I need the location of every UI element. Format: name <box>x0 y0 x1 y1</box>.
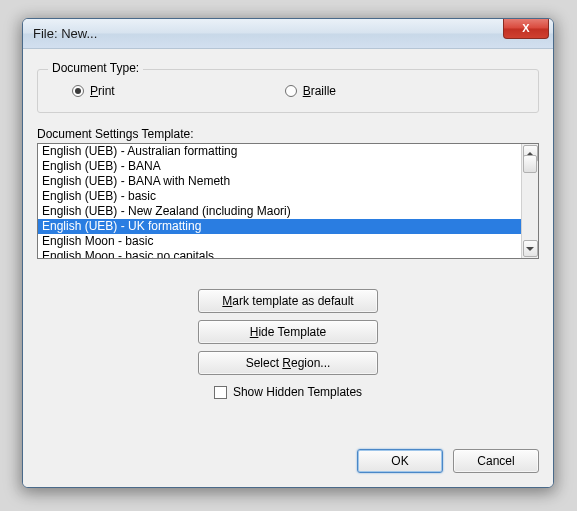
mark-default-label: Mark template as default <box>222 294 353 308</box>
list-item[interactable]: English (UEB) - Australian formatting <box>38 144 521 159</box>
close-button[interactable]: X <box>503 19 549 39</box>
show-hidden-label: Show Hidden Templates <box>233 385 362 399</box>
mark-default-button[interactable]: Mark template as default <box>198 289 378 313</box>
radio-dot-icon <box>285 85 297 97</box>
list-item[interactable]: English (UEB) - New Zealand (including M… <box>38 204 521 219</box>
cancel-label: Cancel <box>477 454 514 468</box>
chevron-down-icon <box>526 247 534 251</box>
dialog-window: File: New... X Document Type: Print Brai… <box>22 18 554 488</box>
list-item[interactable]: English (UEB) - BANA <box>38 159 521 174</box>
show-hidden-checkbox[interactable] <box>214 386 227 399</box>
template-listbox[interactable]: English (UEB) - Australian formattingEng… <box>37 143 539 259</box>
show-hidden-row[interactable]: Show Hidden Templates <box>37 385 539 399</box>
list-item[interactable]: English Moon - basic no capitals <box>38 249 521 258</box>
ok-label: OK <box>391 454 408 468</box>
document-type-radios: Print Braille <box>52 84 524 98</box>
titlebar[interactable]: File: New... X <box>23 19 553 49</box>
hide-template-label: Hide Template <box>250 325 327 339</box>
document-type-group: Document Type: Print Braille <box>37 69 539 113</box>
radio-dot-icon <box>72 85 84 97</box>
client-area: Document Type: Print Braille Document Se… <box>23 49 553 487</box>
select-region-button[interactable]: Select Region... <box>198 351 378 375</box>
select-region-label: Select Region... <box>246 356 331 370</box>
radio-braille[interactable]: Braille <box>285 84 336 98</box>
scrollbar[interactable] <box>521 144 538 258</box>
hide-template-button[interactable]: Hide Template <box>198 320 378 344</box>
dialog-buttons: OK Cancel <box>357 449 539 473</box>
list-item[interactable]: English (UEB) - BANA with Nemeth <box>38 174 521 189</box>
document-type-legend: Document Type: <box>48 61 143 75</box>
ok-button[interactable]: OK <box>357 449 443 473</box>
window-title: File: New... <box>33 26 97 41</box>
template-actions: Mark template as default Hide Template S… <box>37 289 539 375</box>
scroll-thumb[interactable] <box>523 155 537 173</box>
list-item[interactable]: English Moon - basic <box>38 234 521 249</box>
list-item[interactable]: English (UEB) - basic <box>38 189 521 204</box>
template-listbox-items[interactable]: English (UEB) - Australian formattingEng… <box>38 144 521 258</box>
radio-print[interactable]: Print <box>72 84 115 98</box>
radio-print-label: Print <box>90 84 115 98</box>
cancel-button[interactable]: Cancel <box>453 449 539 473</box>
list-item[interactable]: English (UEB) - UK formatting <box>38 219 521 234</box>
template-list-label: Document Settings Template: <box>37 127 539 141</box>
radio-braille-label: Braille <box>303 84 336 98</box>
scroll-down-button[interactable] <box>523 240 538 257</box>
close-icon: X <box>522 23 529 34</box>
